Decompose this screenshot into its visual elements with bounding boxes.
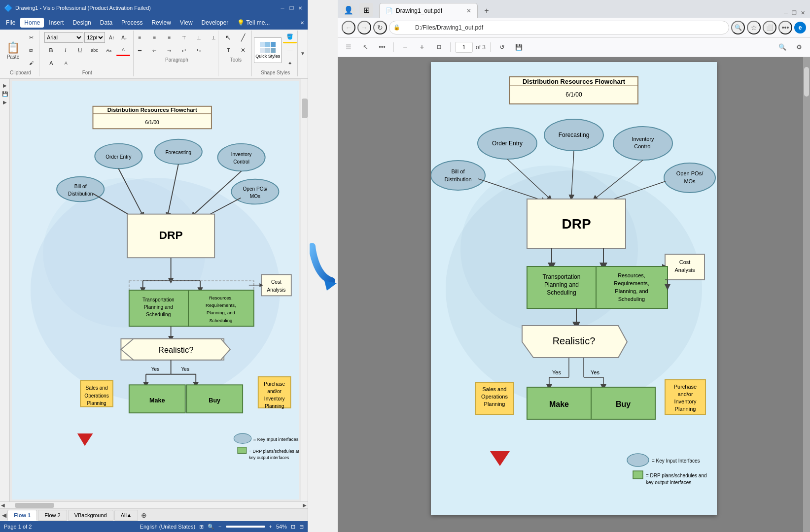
scroll-right-btn[interactable]: ▶ [303,502,307,508]
rtl-btn[interactable]: ⇆ [192,44,206,56]
text-btn[interactable]: T [221,44,235,56]
font-color-btn[interactable]: A [116,44,130,56]
profile-icon[interactable]: 👤 [342,3,355,17]
pdf-panel-btn[interactable]: ☰ [342,40,355,54]
restore-btn[interactable]: ❐ [288,4,295,11]
align-top-btn[interactable]: ⊤ [177,32,191,43]
forward-btn[interactable]: → [357,21,371,34]
menu-developer[interactable]: Developer [198,18,233,28]
bold-btn[interactable]: B [44,44,58,56]
ribbon-close-btn[interactable]: ✕ [299,19,306,26]
extension-btn[interactable]: ⊞ [359,3,373,17]
line-btn[interactable]: — [283,44,297,56]
font-size-select[interactable]: 12pt. [84,32,105,43]
indent-inc-btn[interactable]: ⇒ [162,44,176,56]
pointer-btn[interactable]: ↖ [221,32,235,43]
align-center-btn[interactable]: ≡ [147,32,161,43]
expand-btn[interactable]: ▶ [3,83,7,88]
browser-min-btn[interactable]: ─ [782,9,789,16]
strikethrough-btn[interactable]: abc [88,44,101,56]
fit-btn[interactable]: ⊡ [432,40,446,54]
zoom-out-btn[interactable]: − [218,524,221,530]
align-mid-btn[interactable]: ⊥ [192,32,206,43]
layout-btn[interactable]: ⊞ [199,524,204,530]
delete-btn[interactable]: ✕ [236,44,250,56]
address-bar[interactable]: 🔒 D:/Files/Drawing1_out.pdf [389,21,729,34]
underline-btn[interactable]: U [73,44,86,56]
ribbon-expand[interactable]: ▼ [300,31,306,76]
cut-button[interactable]: ✂ [24,32,38,43]
expand2-btn[interactable]: ▶ [3,100,7,105]
scroll-thumb-h[interactable] [15,503,54,508]
ltr-btn[interactable]: ⇄ [177,44,191,56]
scroll-left-btn[interactable]: ◀ [1,502,5,508]
menu-tell-me[interactable]: 💡 Tell me... [233,18,274,28]
subscript-btn[interactable]: Aa [102,44,115,56]
save-pdf-btn[interactable]: 💾 [512,40,526,54]
pdf-search-btn[interactable]: 🔍 [775,40,789,54]
menu-design[interactable]: Design [69,18,95,28]
horizontal-scrollbar[interactable]: ◀ ▶ [0,501,308,508]
view-btn[interactable]: 🔍 [208,524,214,530]
fit-width-btn[interactable]: ⊟ [299,524,304,530]
zoom-out-btn[interactable]: − [398,40,412,54]
refresh-btn[interactable]: ↻ [373,21,387,34]
scroll-thumb[interactable] [302,99,308,118]
pdf-browser-tab[interactable]: 📄 Drawing1_out.pdf ✕ [379,3,478,18]
browser-close-btn[interactable]: ✕ [799,9,806,16]
window-controls[interactable]: ─ ❐ ✕ [279,4,304,11]
visio-diagram-canvas[interactable]: Distribution Resources Flowchart 6/1/00 … [12,81,299,499]
tab-close-btn[interactable]: ✕ [466,7,471,14]
italic-btn[interactable]: I [59,44,72,56]
align-bot-btn[interactable]: ⊥ [207,32,220,43]
font-size-up-btn[interactable]: A [44,57,58,69]
menu-insert[interactable]: Insert [45,18,68,28]
bullet-btn[interactable]: ☰ [133,44,146,56]
browser-restore-btn[interactable]: ❐ [791,9,798,16]
indent-dec-btn[interactable]: ⇐ [147,44,161,56]
window-controls-browser[interactable]: ─ ❐ ✕ [782,9,806,16]
nav-left-btn[interactable]: ◀ [2,512,6,519]
paste-button[interactable]: 📋 Paste [2,37,23,63]
tab-vbackground[interactable]: VBackground [68,510,113,521]
pdf-more-btn[interactable]: ••• [375,40,389,54]
rotate-btn[interactable]: ↺ [495,40,509,54]
align-left-btn[interactable]: ≡ [133,32,146,43]
menu-data[interactable]: Data [96,18,116,28]
decrease-font-btn[interactable]: A↓ [118,32,130,43]
align-right-btn[interactable]: ≡ [162,32,176,43]
tab-flow2[interactable]: Flow 2 [38,510,67,521]
zoom-in-btn[interactable]: + [269,524,272,530]
pdf-cursor-btn[interactable]: ↖ [358,40,372,54]
fill-btn[interactable]: 🪣 [283,32,297,43]
add-sheet-btn[interactable]: ⊕ [141,511,147,519]
increase-font-btn[interactable]: A↑ [106,32,117,43]
zoom-slider[interactable] [226,526,265,528]
connector-btn[interactable]: ╱ [236,32,250,43]
effect-btn[interactable]: ✦ [283,57,297,69]
close-btn[interactable]: ✕ [297,4,304,11]
menu-process[interactable]: Process [117,18,146,28]
menu-review[interactable]: Review [147,18,175,28]
pdf-vertical-scrollbar[interactable] [803,57,810,532]
font-size-dn-btn[interactable]: A [59,57,73,69]
menu-home[interactable]: Home [20,18,44,28]
zoom-in-btn[interactable]: + [415,40,429,54]
zoom-btn[interactable]: 🔍 [731,21,745,34]
vertical-scrollbar[interactable] [301,79,308,501]
new-tab-btn[interactable]: + [480,4,493,18]
tab-flow1[interactable]: Flow 1 [7,510,37,521]
page-number-input[interactable] [455,42,473,53]
tab-all[interactable]: All ▲ [114,510,138,521]
pdf-scroll-thumb[interactable] [804,67,809,97]
star-btn[interactable]: ☆ [747,21,761,34]
font-family-select[interactable]: Arial [44,32,83,43]
copy-button[interactable]: ⧉ [24,44,38,56]
menu-view[interactable]: View [176,18,197,28]
quick-styles-btn[interactable]: Quick Styles [254,37,282,63]
format-painter-button[interactable]: 🖌 [24,57,38,69]
minimize-btn[interactable]: ─ [279,4,286,11]
fit-page-btn[interactable]: ⊡ [291,524,295,530]
back-btn[interactable]: ← [342,21,355,34]
more-btn[interactable]: ••• [778,21,792,34]
